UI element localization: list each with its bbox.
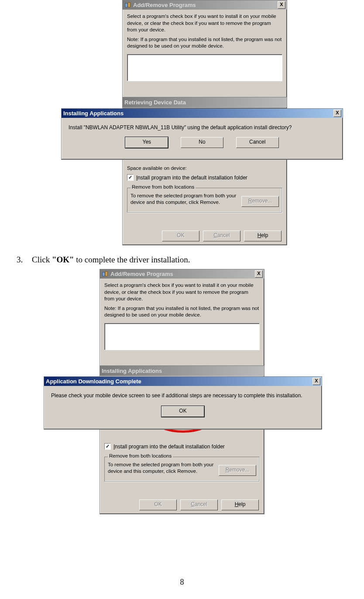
- close-icon[interactable]: X: [312, 378, 320, 385]
- ok-button: OK: [139, 499, 177, 510]
- default-folder-checkbox[interactable]: ✓: [127, 174, 134, 181]
- program-list[interactable]: [104, 323, 260, 350]
- installing-applications-strip: Installing Applications: [100, 365, 264, 377]
- download-complete-dialog: Application Downloading Complete X Pleas…: [44, 376, 322, 430]
- space-available-label: Space available on device:: [127, 165, 282, 171]
- default-folder-label: Install program into the default install…: [113, 444, 225, 450]
- retrieving-device-data-dialog: Retrieving Device Data: [122, 97, 287, 109]
- dialog-description-1: Select a program's check box if you want…: [100, 279, 264, 305]
- no-button[interactable]: No: [181, 137, 223, 148]
- titlebar: Add/Remove Programs X: [100, 269, 264, 279]
- remove-button: Remove...: [241, 196, 279, 207]
- install-message: Install "NBWLAN ADAPTER NBWLAN_11B Utili…: [62, 118, 343, 134]
- page-number: 8: [0, 578, 364, 587]
- remove-group-label: Remove from both locations: [130, 184, 196, 189]
- ok-button: OK: [162, 231, 199, 241]
- dialog-title: Installing Applications: [102, 368, 263, 374]
- svg-rect-1: [128, 2, 130, 7]
- cancel-button: Cancel: [180, 499, 218, 510]
- titlebar: Application Downloading Complete X: [44, 377, 322, 386]
- step-number: 3.: [17, 255, 23, 264]
- dialog-description-1: Select a program's check box if you want…: [123, 10, 287, 36]
- default-folder-checkbox[interactable]: ✓: [104, 443, 111, 450]
- step-3-instruction: 3. Click "OK" to complete the driver ins…: [17, 255, 190, 265]
- remove-group-label: Remove from both locations: [108, 453, 173, 458]
- remove-button: Remove...: [219, 465, 256, 476]
- titlebar: Add/Remove Programs X: [123, 0, 287, 10]
- help-button[interactable]: Help: [221, 499, 259, 510]
- app-icon: [124, 2, 131, 9]
- dialog-title: Application Downloading Complete: [46, 378, 312, 385]
- cancel-button[interactable]: Cancel: [236, 137, 279, 148]
- remove-group-text: To remove the selected program from both…: [130, 193, 237, 206]
- dialog-title: Retrieving Device Data: [124, 99, 285, 106]
- step-text-before: Click: [32, 255, 52, 264]
- program-list[interactable]: [127, 54, 282, 81]
- ok-button[interactable]: OK: [161, 406, 204, 417]
- remove-group-text: To remove the selected program from both…: [108, 461, 215, 475]
- titlebar: Installing Applications X: [62, 109, 343, 118]
- close-icon[interactable]: X: [333, 110, 341, 117]
- cancel-button: Cancel: [203, 231, 240, 241]
- default-folder-row: ✓ IInstall program into the default inst…: [127, 174, 247, 181]
- svg-rect-3: [105, 271, 107, 276]
- dialog-description-2: Note: If a program that you installed is…: [123, 36, 287, 52]
- default-folder-label: IInstall program into the default instal…: [136, 175, 247, 181]
- svg-rect-2: [103, 272, 105, 276]
- dialog-description-2: Note: If a program that you installed is…: [100, 305, 264, 321]
- download-complete-message: Please check your mobile device screen t…: [44, 386, 322, 403]
- help-button[interactable]: Help: [244, 231, 282, 241]
- app-icon: [102, 271, 109, 278]
- yes-button[interactable]: Yes: [125, 137, 168, 148]
- close-icon[interactable]: X: [278, 1, 285, 9]
- svg-rect-0: [125, 3, 127, 7]
- default-folder-row: ✓ Install program into the default insta…: [104, 443, 225, 450]
- close-icon[interactable]: X: [255, 270, 263, 278]
- dialog-title: Add/Remove Programs: [133, 2, 278, 8]
- dialog-title: Add/Remove Programs: [110, 271, 255, 277]
- installing-applications-dialog: Installing Applications X Install "NBWLA…: [61, 108, 343, 160]
- step-bold: "OK": [52, 255, 74, 264]
- dialog-title: Installing Applications: [63, 110, 333, 117]
- step-text-after: to complete the driver installation.: [74, 255, 190, 264]
